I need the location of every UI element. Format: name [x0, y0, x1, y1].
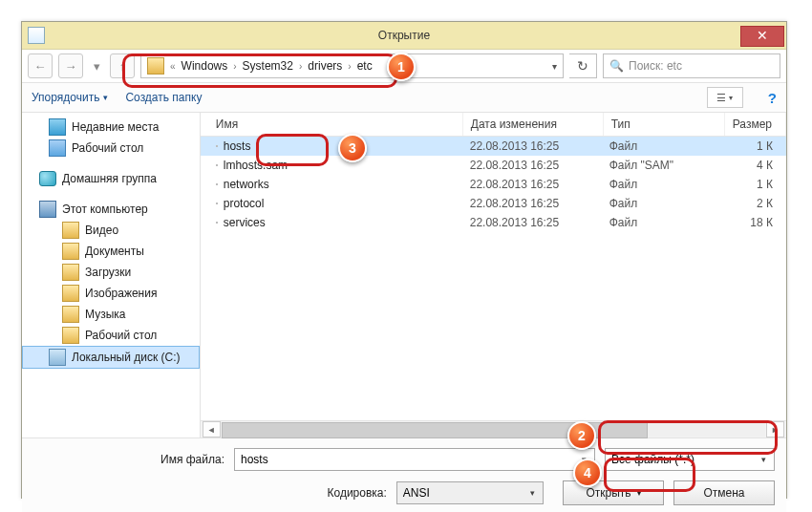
file-row[interactable]: lmhosts.sam22.08.2013 16:25Файл "SAM"4 К: [201, 156, 786, 175]
file-row[interactable]: networks22.08.2013 16:25Файл1 К: [201, 175, 786, 194]
horizontal-scrollbar[interactable]: ◄ ►: [201, 420, 786, 437]
file-row[interactable]: services22.08.2013 16:25Файл18 К: [201, 213, 786, 232]
sidebar-item-label: Изображения: [85, 287, 157, 300]
scroll-left-button[interactable]: ◄: [203, 421, 221, 437]
file-icon: [216, 164, 218, 166]
file-type: Файл: [602, 197, 722, 210]
crumb-part[interactable]: Windows: [182, 59, 228, 73]
recent-locations-button[interactable]: ▾: [89, 54, 104, 77]
toolbar: Упорядочить ▾ Создать папку ☰ ▾ ?: [22, 83, 786, 113]
file-date: 22.08.2013 16:25: [462, 178, 602, 191]
file-type: Файл: [602, 216, 722, 229]
sidebar-item[interactable]: Музыка: [22, 304, 200, 325]
file-type-filter[interactable]: Все файлы (*.*) ▾: [605, 448, 775, 471]
close-button[interactable]: ✕: [740, 26, 784, 47]
encoding-label: Кодировка:: [33, 486, 387, 500]
col-date[interactable]: Дата изменения: [463, 113, 604, 136]
folder-icon: [147, 57, 164, 75]
search-input[interactable]: 🔍 Поиск: etc: [603, 53, 780, 78]
file-name: protocol: [224, 197, 265, 210]
window-title: Открытие: [22, 29, 786, 42]
recent-places-icon: [49, 118, 66, 136]
file-name: networks: [224, 178, 269, 191]
sidebar-homegroup[interactable]: Домашняя группа: [22, 168, 200, 189]
file-size: 1 К: [722, 139, 786, 153]
disk-icon: [49, 349, 66, 366]
folder-icon: [62, 327, 79, 344]
folder-icon: [62, 222, 79, 239]
scroll-thumb[interactable]: [222, 422, 648, 438]
sidebar-item[interactable]: Изображения: [22, 283, 200, 304]
view-mode-button[interactable]: ☰ ▾: [707, 87, 743, 108]
app-icon: [28, 27, 45, 44]
chevron-down-icon: ▾: [103, 93, 108, 102]
column-headers: Имя Дата изменения Тип Размер: [201, 113, 786, 137]
titlebar: Открытие ✕: [22, 22, 786, 50]
sidebar-item-label: Документы: [85, 245, 144, 258]
file-name: hosts: [224, 139, 251, 153]
sidebar-item[interactable]: Локальный диск (C:): [22, 346, 200, 369]
col-size[interactable]: Размер: [725, 113, 786, 136]
new-folder-button[interactable]: Создать папку: [125, 91, 202, 104]
encoding-select[interactable]: ANSI ▾: [396, 481, 544, 504]
body: Недавние места Рабочий стол Домашняя гру…: [22, 113, 786, 437]
file-date: 22.08.2013 16:25: [462, 216, 602, 229]
list-view-icon: ☰: [716, 92, 726, 104]
chevron-down-icon[interactable]: ▾: [552, 61, 557, 72]
folder-icon: [62, 306, 79, 323]
sidebar-desktop[interactable]: Рабочий стол: [22, 138, 200, 159]
folder-icon: [62, 243, 79, 260]
col-type[interactable]: Тип: [604, 113, 725, 136]
homegroup-icon: [39, 171, 56, 186]
folder-icon: [62, 285, 79, 302]
file-icon: [216, 145, 218, 147]
file-date: 22.08.2013 16:25: [462, 159, 602, 172]
chevron-down-icon: ▾: [729, 94, 733, 102]
sidebar-recent-places[interactable]: Недавние места: [22, 117, 200, 138]
cancel-button[interactable]: Отмена: [673, 480, 775, 505]
sidebar-item[interactable]: Загрузки: [22, 262, 200, 283]
chevron-down-icon[interactable]: ▾: [524, 485, 540, 501]
file-type: Файл: [602, 178, 722, 191]
file-row[interactable]: protocol22.08.2013 16:25Файл2 К: [201, 194, 786, 213]
computer-icon: [39, 201, 56, 218]
file-type: Файл "SAM": [602, 159, 722, 172]
file-row[interactable]: hosts22.08.2013 16:25Файл1 К: [201, 137, 786, 156]
sidebar-item-label: Музыка: [85, 308, 125, 321]
crumb-part[interactable]: drivers: [308, 59, 342, 73]
help-button[interactable]: ?: [768, 90, 777, 106]
file-name: lmhosts.sam: [224, 159, 288, 172]
desktop-icon: [49, 139, 66, 157]
crumb-part[interactable]: etc: [357, 59, 373, 73]
sidebar-item-label: Рабочий стол: [85, 329, 157, 342]
filename-label: Имя файла:: [33, 453, 224, 466]
chevron-right-icon: «: [168, 61, 178, 72]
scroll-track[interactable]: [222, 422, 765, 437]
file-icon: [216, 183, 218, 185]
file-size: 18 К: [722, 216, 786, 229]
breadcrumb[interactable]: « Windows › System32 › drivers › etc ▾: [140, 53, 564, 78]
sidebar-item[interactable]: Документы: [22, 241, 200, 262]
sidebar-item[interactable]: Рабочий стол: [22, 325, 200, 346]
filename-input[interactable]: hosts ▾: [234, 448, 595, 471]
file-list-pane: Имя Дата изменения Тип Размер hosts22.08…: [201, 113, 786, 437]
forward-button[interactable]: →: [58, 53, 83, 78]
file-date: 22.08.2013 16:25: [462, 197, 602, 210]
chevron-down-icon[interactable]: ▾: [756, 452, 771, 467]
scroll-right-button[interactable]: ►: [766, 421, 784, 437]
sidebar-item-label: Локальный диск (C:): [72, 351, 181, 364]
col-name[interactable]: Имя: [201, 113, 463, 136]
up-button[interactable]: ↑: [110, 53, 135, 78]
sidebar-item[interactable]: Видео: [22, 220, 200, 241]
sidebar-this-pc[interactable]: Этот компьютер: [22, 199, 200, 220]
back-button[interactable]: ←: [28, 53, 53, 78]
file-rows: hosts22.08.2013 16:25Файл1 Кlmhosts.sam2…: [201, 137, 786, 420]
search-icon: 🔍: [609, 59, 624, 73]
refresh-button[interactable]: ↻: [569, 53, 597, 78]
chevron-down-icon[interactable]: ▾: [576, 452, 591, 467]
open-button[interactable]: Открыть▾: [563, 480, 664, 505]
file-icon: [216, 222, 218, 224]
organize-menu[interactable]: Упорядочить ▾: [32, 91, 108, 104]
crumb-part[interactable]: System32: [243, 59, 293, 73]
file-size: 1 К: [722, 178, 786, 191]
